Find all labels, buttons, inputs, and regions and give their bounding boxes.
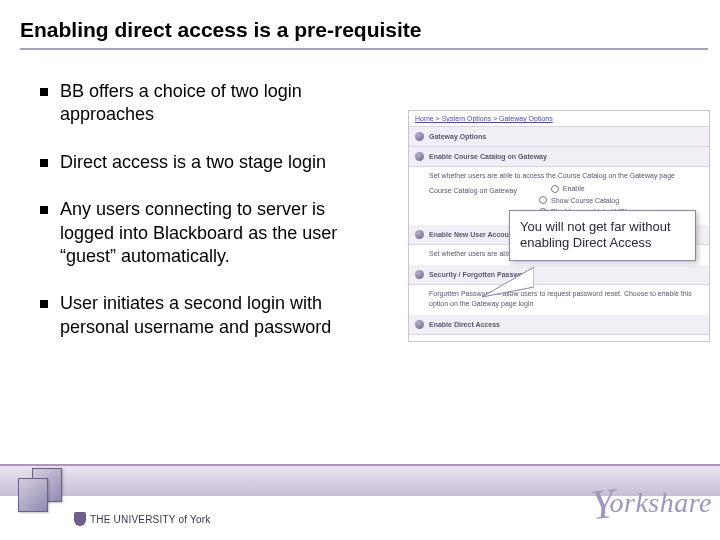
field-label: Course Catalog on Gateway [429,187,517,194]
list-item: User initiates a second login with perso… [40,292,370,339]
section-desc: Set whether users are able to access the… [429,171,701,181]
dot-icon [415,270,424,279]
section-body: Forgotten Password — allow users to requ… [409,285,709,315]
bullet-text: Direct access is a two stage login [60,151,326,174]
bullet-text: BB offers a choice of two login approach… [60,80,370,127]
radio-label: Enable [563,184,585,194]
bullet-square-icon [40,88,48,96]
section-desc: Forgotten Password — allow users to requ… [429,290,692,307]
dot-icon [415,132,424,141]
radio-label: Show Course Catalog [551,196,619,206]
radio-icon [539,196,547,204]
section-title: Security / Forgotten Password [429,271,530,278]
dot-icon [415,320,424,329]
breadcrumb: Home > System Options > Gateway Options [409,111,709,127]
university-name: THE UNIVERSITY of York [90,514,210,525]
brand-logo: Yorkshare [591,474,712,522]
section-body: Set whether users are able to access the… [409,335,709,342]
server-icon [14,460,66,512]
section-title: Gateway Options [429,133,486,140]
bullet-square-icon [40,159,48,167]
section-title: Enable Course Catalog on Gateway [429,153,547,160]
shield-icon [74,512,86,526]
section-header: Enable Direct Access [409,315,709,335]
bullet-square-icon [40,300,48,308]
bullet-square-icon [40,206,48,214]
brand-rest: orkshare [609,487,712,518]
field-row: Course Catalog on Gateway Enable [429,184,701,196]
callout-box: You will not get far without enabling Di… [509,210,696,261]
dot-icon [415,230,424,239]
bullet-text: Any users connecting to server is logged… [60,198,370,268]
bullet-text: User initiates a second login with perso… [60,292,370,339]
section-title: Enable Direct Access [429,321,500,328]
list-item: Direct access is a two stage login [40,151,370,174]
section-header: Enable Course Catalog on Gateway [409,147,709,167]
radio-icon [551,185,559,193]
list-item: BB offers a choice of two login approach… [40,80,370,127]
section-header: Gateway Options [409,127,709,147]
title-underline [20,48,708,50]
university-logo: THE UNIVERSITY of York [74,512,210,526]
list-item: Any users connecting to server is logged… [40,198,370,268]
brand-initial: Y [588,479,617,529]
bullet-list: BB offers a choice of two login approach… [40,80,370,363]
slide-title: Enabling direct access is a pre-requisit… [20,18,422,42]
callout-text: You will not get far without enabling Di… [520,219,671,250]
section-desc: Set whether users are able to access the… [429,340,645,342]
section-header: Security / Forgotten Password [409,265,709,285]
dot-icon [415,152,424,161]
